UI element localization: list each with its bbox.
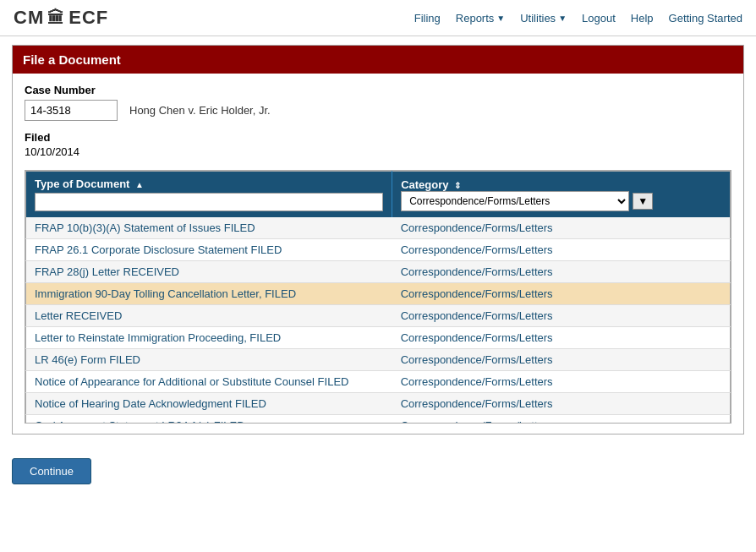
col-category-header[interactable]: Category ⇕ Correspondence/Forms/Letters … <box>392 172 731 218</box>
category-link[interactable]: Correspondence/Forms/Letters <box>401 353 553 366</box>
document-table: Type of Document ▲ Category ⇕ <box>25 171 731 424</box>
category-cell: Correspondence/Forms/Letters <box>392 239 731 261</box>
table-row[interactable]: FRAP 10(b)(3)(A) Statement of Issues FIL… <box>26 217 731 239</box>
category-cell: Correspondence/Forms/Letters <box>392 305 731 327</box>
category-cell: Correspondence/Forms/Letters <box>392 283 731 305</box>
table-row[interactable]: Letter to Reinstate Immigration Proceedi… <box>26 327 731 349</box>
doc-type-cell: FRAP 26.1 Corporate Disclosure Statement… <box>26 239 392 261</box>
doc-type-sort-icon: ▲ <box>135 180 144 189</box>
reports-dropdown-arrow: ▼ <box>496 14 505 23</box>
category-cell: Correspondence/Forms/Letters <box>392 371 731 393</box>
logo: CM 🏛 ECF <box>14 7 108 29</box>
table-row[interactable]: FRAP 26.1 Corporate Disclosure Statement… <box>26 239 731 261</box>
doc-type-cell: Letter to Reinstate Immigration Proceedi… <box>26 327 392 349</box>
logo-icon: 🏛 <box>47 8 65 28</box>
table-header: Type of Document ▲ Category ⇕ <box>26 172 731 218</box>
document-table-wrapper[interactable]: Type of Document ▲ Category ⇕ <box>25 170 731 424</box>
doc-type-search-input[interactable] <box>35 193 383 211</box>
category-link[interactable]: Correspondence/Forms/Letters <box>401 265 553 278</box>
filed-label: Filed <box>25 131 731 144</box>
category-link[interactable]: Correspondence/Forms/Letters <box>401 331 553 344</box>
continue-button[interactable]: Continue <box>12 458 91 484</box>
file-document-box: File a Document Case Number Hong Chen v.… <box>12 45 744 434</box>
doc-type-cell: Letter RECEIVED <box>26 305 392 327</box>
category-cell: Correspondence/Forms/Letters <box>392 415 731 424</box>
case-row: Hong Chen v. Eric Holder, Jr. <box>25 100 731 121</box>
table-row[interactable]: FRAP 28(j) Letter RECEIVEDCorrespondence… <box>26 261 731 283</box>
doc-type-cell: Notice of Appearance for Additional or S… <box>26 371 392 393</box>
category-cell: Correspondence/Forms/Letters <box>392 349 731 371</box>
category-link[interactable]: Correspondence/Forms/Letters <box>401 375 553 388</box>
file-document-title: File a Document <box>13 46 743 74</box>
doc-type-cell: Oral Argument Statement LR34.1(a) FILED <box>26 415 392 424</box>
doc-type-link[interactable]: Letter to Reinstate Immigration Proceedi… <box>35 331 281 344</box>
category-cell: Correspondence/Forms/Letters <box>392 327 731 349</box>
doc-type-cell: FRAP 10(b)(3)(A) Statement of Issues FIL… <box>26 217 392 239</box>
category-cell: Correspondence/Forms/Letters <box>392 393 731 415</box>
doc-type-link[interactable]: Letter RECEIVED <box>35 309 122 322</box>
table-row[interactable]: Notice of Appearance for Additional or S… <box>26 371 731 393</box>
doc-type-link[interactable]: FRAP 28(j) Letter RECEIVED <box>35 265 179 278</box>
nav-reports[interactable]: Reports ▼ <box>456 12 505 25</box>
nav-filing[interactable]: Filing <box>414 12 441 25</box>
category-link[interactable]: Correspondence/Forms/Letters <box>401 221 553 234</box>
nav-logout[interactable]: Logout <box>582 12 616 25</box>
case-number-input[interactable] <box>25 100 118 121</box>
category-select-button[interactable]: ▼ <box>633 193 653 210</box>
doc-type-link[interactable]: Notice of Appearance for Additional or S… <box>35 375 348 388</box>
table-row[interactable]: Notice of Hearing Date Acknowledgment FI… <box>26 393 731 415</box>
nav-help[interactable]: Help <box>631 12 654 25</box>
table-row[interactable]: LR 46(e) Form FILEDCorrespondence/Forms/… <box>26 349 731 371</box>
filed-date: 10/10/2014 <box>25 145 731 158</box>
header: CM 🏛 ECF Filing Reports ▼ Utilities ▼ Lo… <box>0 0 756 36</box>
nav-getting-started[interactable]: Getting Started <box>669 12 742 25</box>
doc-type-cell: FRAP 28(j) Letter RECEIVED <box>26 261 392 283</box>
doc-type-link[interactable]: FRAP 26.1 Corporate Disclosure Statement… <box>35 243 282 256</box>
category-link[interactable]: Correspondence/Forms/Letters <box>401 397 553 410</box>
nav: Filing Reports ▼ Utilities ▼ Logout Help… <box>414 12 742 25</box>
category-cell: Correspondence/Forms/Letters <box>392 217 731 239</box>
table-row[interactable]: Letter RECEIVEDCorrespondence/Forms/Lett… <box>26 305 731 327</box>
category-select-wrap: Correspondence/Forms/Letters ▼ <box>401 191 721 211</box>
col-doc-type-header[interactable]: Type of Document ▲ <box>26 172 392 218</box>
nav-utilities[interactable]: Utilities ▼ <box>520 12 567 25</box>
doc-type-link[interactable]: LR 46(e) Form FILED <box>35 353 140 366</box>
doc-type-cell: Immigration 90-Day Tolling Cancellation … <box>26 283 392 305</box>
utilities-dropdown-arrow: ▼ <box>558 14 567 23</box>
category-link[interactable]: Correspondence/Forms/Letters <box>401 309 553 322</box>
main-content: File a Document Case Number Hong Chen v.… <box>0 36 756 493</box>
table-row[interactable]: Oral Argument Statement LR34.1(a) FILEDC… <box>26 415 731 424</box>
doc-type-cell: Notice of Hearing Date Acknowledgment FI… <box>26 393 392 415</box>
category-link[interactable]: Correspondence/Forms/Letters <box>401 419 553 424</box>
table-body: FRAP 10(b)(3)(A) Statement of Issues FIL… <box>26 217 731 424</box>
case-number-label: Case Number <box>25 84 731 96</box>
category-cell: Correspondence/Forms/Letters <box>392 261 731 283</box>
doc-type-cell: LR 46(e) Form FILED <box>26 349 392 371</box>
file-document-body: Case Number Hong Chen v. Eric Holder, Jr… <box>13 74 743 434</box>
doc-type-link[interactable]: Notice of Hearing Date Acknowledgment FI… <box>35 397 266 410</box>
logo-cm: CM <box>14 7 44 29</box>
doc-type-link[interactable]: FRAP 10(b)(3)(A) Statement of Issues FIL… <box>35 221 255 234</box>
case-name: Hong Chen v. Eric Holder, Jr. <box>129 104 271 117</box>
doc-type-link[interactable]: Immigration 90-Day Tolling Cancellation … <box>35 287 296 300</box>
category-link[interactable]: Correspondence/Forms/Letters <box>401 243 553 256</box>
category-select[interactable]: Correspondence/Forms/Letters <box>401 191 629 211</box>
category-link[interactable]: Correspondence/Forms/Letters <box>401 287 553 300</box>
logo-ecf: ECF <box>68 7 108 29</box>
category-sort-icon: ⇕ <box>454 181 461 190</box>
table-row[interactable]: Immigration 90-Day Tolling Cancellation … <box>26 283 731 305</box>
doc-type-link[interactable]: Oral Argument Statement LR34.1(a) FILED <box>35 419 245 424</box>
